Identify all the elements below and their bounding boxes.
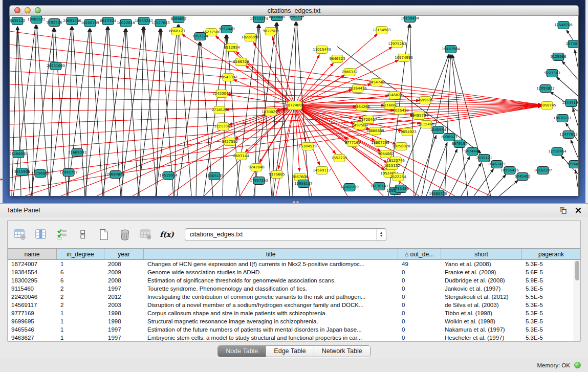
- graph-edge[interactable]: [121, 27, 143, 196]
- cell[interactable]: 0: [398, 294, 441, 300]
- graph-node[interactable]: 12710454: [548, 148, 567, 156]
- table-row[interactable]: 2242004622012Investigating the contribut…: [8, 293, 580, 301]
- graph-node[interactable]: 18724007: [286, 101, 304, 110]
- cell[interactable]: 9115460: [8, 286, 57, 292]
- function-builder-button[interactable]: f(x): [160, 227, 174, 242]
- cell[interactable]: 0: [398, 310, 441, 316]
- cell[interactable]: 1997: [104, 335, 144, 341]
- graph-node[interactable]: 6635122: [10, 17, 26, 25]
- cell[interactable]: Tourette syndrome. Phenomenology and cla…: [144, 286, 398, 292]
- graph-node[interactable]: 16782759: [340, 184, 359, 191]
- vertical-scrollbar[interactable]: [574, 260, 580, 341]
- graph-node[interactable]: 20531069: [47, 62, 65, 70]
- cell[interactable]: 5.3E-5: [522, 326, 580, 333]
- table-row[interactable]: 977716911998Corpus callosum shape and si…: [8, 309, 580, 317]
- zoom-button[interactable]: [35, 7, 41, 13]
- cell[interactable]: 5.3E-5: [522, 286, 580, 292]
- graph-node[interactable]: 7464266: [354, 103, 370, 111]
- cell[interactable]: 2008: [104, 261, 144, 267]
- graph-node[interactable]: 9777169: [344, 139, 360, 147]
- cell[interactable]: 5.3E-5: [522, 310, 580, 316]
- graph-node[interactable]: 11548708: [554, 21, 573, 29]
- graph-node[interactable]: 10630711: [553, 115, 572, 122]
- cell[interactable]: Yano et al. (2008): [441, 261, 522, 267]
- cell[interactable]: 2: [57, 302, 104, 308]
- tab-edge-table[interactable]: Edge Table: [266, 346, 314, 357]
- cell[interactable]: Investigating the contribution of common…: [144, 294, 398, 300]
- cell[interactable]: 5.3E-5: [522, 302, 580, 308]
- graph-edge[interactable]: [451, 55, 468, 196]
- graph-node[interactable]: 14136141: [370, 183, 388, 190]
- graph-node[interactable]: 13505135: [205, 172, 224, 180]
- graph-node[interactable]: 9115460: [418, 121, 434, 128]
- scrollbar-thumb[interactable]: [575, 261, 579, 280]
- graph-node[interactable]: 1575074: [565, 40, 579, 48]
- cell[interactable]: Hescheler et al. (1997): [441, 335, 522, 341]
- cell[interactable]: 0: [398, 326, 441, 333]
- cell[interactable]: 1: [57, 326, 104, 333]
- graph-node[interactable]: 9242848: [248, 164, 264, 171]
- graph-node[interactable]: 2718120: [211, 106, 227, 114]
- delete-table-disabled-button[interactable]: [139, 227, 153, 242]
- close-panel-button[interactable]: [575, 207, 581, 213]
- cell[interactable]: 0: [398, 277, 441, 283]
- cell[interactable]: Nakamura et al. (1997): [441, 326, 522, 333]
- graph-node[interactable]: 12444191: [562, 99, 579, 107]
- cell[interactable]: 0: [398, 318, 441, 324]
- graph-node[interactable]: 9462744: [288, 16, 304, 20]
- cell[interactable]: 0: [398, 269, 441, 275]
- cell[interactable]: 5.9E-5: [522, 277, 580, 283]
- cell[interactable]: 5.5E-5: [522, 294, 580, 300]
- graph-edge[interactable]: [196, 42, 200, 196]
- cell[interactable]: Corpus callosum shape and size in male p…: [144, 310, 398, 316]
- graph-node[interactable]: 12942757: [59, 169, 78, 177]
- graph-node[interactable]: 12213349: [214, 123, 232, 130]
- graph-node[interactable]: 8193024: [269, 16, 285, 21]
- graph-node[interactable]: 6679197: [451, 140, 467, 148]
- graph-node[interactable]: 7957224: [192, 33, 208, 40]
- cell[interactable]: 0: [398, 286, 441, 292]
- graph-node[interactable]: 9129966: [550, 53, 567, 61]
- graph-node[interactable]: 9846323: [329, 55, 345, 63]
- column-header-name[interactable]: name: [8, 249, 57, 259]
- graph-node[interactable]: 9827509: [263, 28, 278, 35]
- table-row[interactable]: 911546021997Tourette syndrome. Phenomeno…: [8, 285, 580, 293]
- cell[interactable]: 9465546: [8, 326, 57, 333]
- graph-node[interactable]: 8860123: [169, 28, 185, 35]
- cell[interactable]: 2003: [104, 302, 144, 308]
- cell[interactable]: Changes of HCN gene expression and I(f) …: [144, 261, 398, 267]
- cell[interactable]: 2: [57, 286, 104, 292]
- cell[interactable]: Jankovic et al. (1997): [441, 286, 522, 292]
- graph-edge[interactable]: [556, 77, 578, 96]
- tab-node-table[interactable]: Node Table: [218, 346, 266, 357]
- graph-node[interactable]: 16206709: [81, 19, 99, 27]
- graph-node[interactable]: 1615152: [384, 162, 400, 170]
- graph-node[interactable]: 8454749: [368, 79, 384, 86]
- graph-node[interactable]: 9175685: [269, 171, 285, 179]
- cell[interactable]: 9699695: [8, 318, 57, 324]
- graph-edge[interactable]: [449, 157, 470, 196]
- graph-edge[interactable]: [10, 98, 541, 105]
- cell[interactable]: Estimation of significance thresholds fo…: [144, 277, 398, 283]
- window-titlebar[interactable]: citations_edges.txt: [9, 5, 579, 16]
- cell[interactable]: 1: [57, 318, 104, 324]
- graph-edge[interactable]: [91, 29, 103, 196]
- column-header-out-de-[interactable]: △out_de...: [398, 249, 441, 259]
- cell[interactable]: 2008: [104, 277, 144, 283]
- cell[interactable]: 1997: [104, 326, 144, 333]
- graph-node[interactable]: 15958745: [538, 102, 556, 110]
- graph-edge[interactable]: [86, 29, 90, 196]
- graph-node[interactable]: 21669091: [68, 149, 86, 157]
- graph-node[interactable]: 10853287: [135, 17, 153, 25]
- cell[interactable]: de Silva et al. (2003): [441, 302, 522, 308]
- table-row[interactable]: 946362711997Embryonic stem cells: a mode…: [8, 334, 580, 341]
- graph-edge[interactable]: [575, 50, 578, 67]
- graph-node[interactable]: 9157449: [219, 26, 234, 33]
- cell[interactable]: 5.3E-5: [522, 335, 580, 341]
- graph-node[interactable]: 8613304: [100, 17, 116, 25]
- graph-edge[interactable]: [156, 25, 178, 196]
- graph-node[interactable]: 10461471: [488, 161, 506, 168]
- column-header-year[interactable]: year: [104, 249, 144, 259]
- cell[interactable]: 9463627: [8, 335, 57, 341]
- graph-node[interactable]: 7552213: [331, 155, 347, 162]
